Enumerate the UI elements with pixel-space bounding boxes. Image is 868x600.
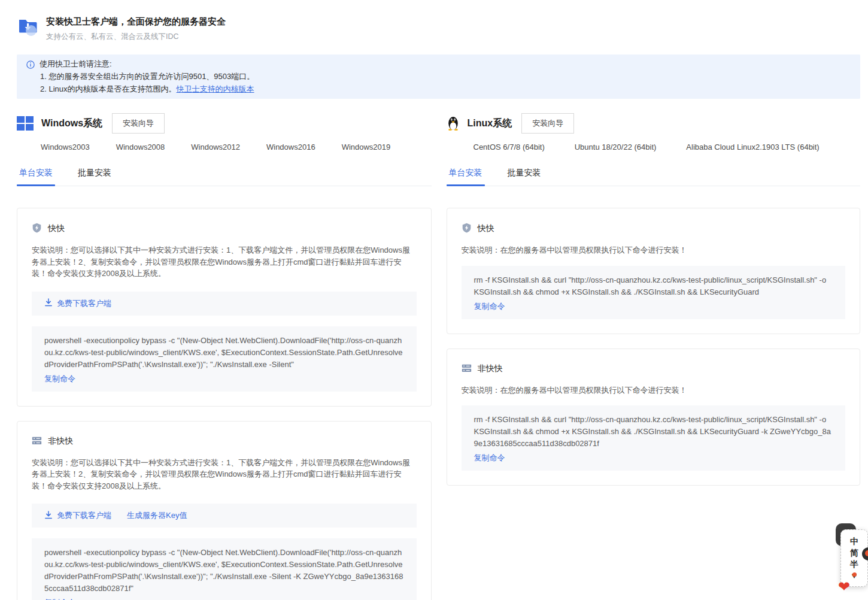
windows-kuaikuai-card: 快快 安装说明：您可以选择以下其中一种安装方式进行安装：1、下载客户端文件，并以…	[17, 208, 432, 407]
server-icon	[32, 436, 42, 447]
install-description: 安装说明：您可以选择以下其中一种安装方式进行安装：1、下载客户端文件，并以管理员…	[32, 457, 417, 492]
download-label: 免费下载客户端	[57, 298, 111, 309]
card-title-row: 快快	[462, 223, 846, 235]
install-description: 安装说明：在您的服务器中以管理员权限执行以下命令进行安装！	[462, 244, 846, 256]
copy-command-link[interactable]: 复制命令	[44, 598, 75, 600]
linux-install-tabs: 单台安装 批量安装	[447, 164, 861, 186]
windows-section-header: Windows系统 安装向导	[17, 113, 432, 134]
generate-server-key-link[interactable]: 生成服务器Key值	[127, 510, 187, 521]
command-block: rm -f KSGInstall.sh && curl "http://oss-…	[462, 405, 846, 471]
server-icon	[462, 363, 472, 375]
kernel-version-link[interactable]: 快卫士支持的内核版本	[177, 84, 254, 93]
copy-command-link[interactable]: 复制命令	[474, 453, 505, 463]
linux-version-ubuntu: Ubuntu 18/20/22 (64bit)	[575, 143, 657, 151]
app-logo-icon	[17, 15, 38, 37]
header-text: 安装快卫士客户端，全面保护您的服务器安全 支持公有云、私有云、混合云及线下IDC	[46, 15, 226, 42]
download-icon	[44, 511, 53, 521]
free-download-client-link[interactable]: 免费下载客户端	[44, 298, 111, 309]
install-description: 安装说明：您可以选择以下其中一种安装方式进行安装：1、下载客户端文件，并以管理员…	[32, 244, 417, 280]
download-label: 免费下载客户端	[57, 510, 111, 521]
notice-line-2-text: 2. Linux的内核版本是否在支持范围内。	[40, 84, 177, 93]
command-block: powershell -executionpolicy bypass -c "(…	[32, 538, 417, 600]
linux-column: Linux系统 安装向导 CentOS 6/7/8 (64bit) Ubuntu…	[447, 113, 861, 486]
windows-logo-icon	[17, 116, 34, 131]
card-title: 非快快	[48, 436, 73, 447]
linux-version-alibaba: Alibaba Cloud Linux2.1903 LTS (64bit)	[686, 143, 819, 151]
download-bar: 免费下载客户端 生成服务器Key值	[32, 504, 417, 528]
install-description: 安装说明：在您的服务器中以管理员权限执行以下命令进行安装！	[462, 384, 846, 396]
card-title: 非快快	[478, 363, 503, 374]
shield-icon	[462, 223, 472, 235]
windows-version-list: Windows2003 Windows2008 Windows2012 Wind…	[41, 143, 432, 151]
info-icon	[26, 60, 35, 68]
command-block: rm -f KSGInstall.sh && curl "http://oss-…	[462, 266, 846, 319]
install-command: rm -f KSGInstall.sh && curl "http://oss-…	[474, 274, 833, 298]
windows-version-2003: Windows2003	[41, 143, 90, 151]
windows-tab-batch-install[interactable]: 批量安装	[77, 164, 113, 186]
card-title: 快快	[48, 223, 65, 234]
card-title-row: 非快快	[462, 363, 846, 375]
install-command: rm -f KSGInstall.sh && curl "http://oss-…	[474, 414, 833, 450]
windows-version-2008: Windows2008	[116, 143, 165, 151]
windows-version-2012: Windows2012	[191, 143, 240, 151]
command-block: powershell -executionpolicy bypass -c "(…	[32, 326, 417, 392]
download-bar: 免费下载客户端	[32, 292, 417, 316]
card-title-row: 非快快	[32, 436, 417, 447]
linux-install-wizard-button[interactable]: 安装向导	[521, 113, 574, 134]
linux-tux-icon	[447, 116, 460, 131]
notice-title-row: 使用快卫士前请注意:	[26, 57, 851, 70]
ime-mode-halfwidth[interactable]: 半	[850, 559, 858, 570]
ime-heart-icon[interactable]: ♥	[852, 571, 857, 580]
copy-command-link[interactable]: 复制命令	[474, 301, 505, 312]
linux-section-title: Linux系统	[468, 117, 512, 130]
ime-mode-simplified[interactable]: 简	[850, 548, 858, 559]
ime-status-widget[interactable]: 中 简 半 ♥ ❤	[833, 529, 868, 588]
linux-version-list: CentOS 6/7/8 (64bit) Ubuntu 18/20/22 (64…	[474, 143, 861, 151]
windows-non-kuaikuai-card: 非快快 安装说明：您可以选择以下其中一种安装方式进行安装：1、下载客户端文件，并…	[17, 421, 432, 600]
windows-version-2016: Windows2016	[266, 143, 315, 151]
windows-install-tabs: 单台安装 批量安装	[17, 164, 432, 186]
card-title-row: 快快	[32, 223, 417, 235]
os-columns: Windows系统 安装向导 Windows2003 Windows2008 W…	[17, 113, 860, 600]
install-page: 安装快卫士客户端，全面保护您的服务器安全 支持公有云、私有云、混合云及线下IDC…	[0, 0, 868, 600]
shield-icon	[32, 223, 42, 235]
page-header: 安装快卫士客户端，全面保护您的服务器安全 支持公有云、私有云、混合云及线下IDC	[17, 15, 860, 42]
linux-section-header: Linux系统 安装向导	[447, 113, 861, 134]
linux-tab-single-install[interactable]: 单台安装	[448, 164, 484, 186]
notice-line-2: 2. Linux的内核版本是否在支持范围内。快卫士支持的内核版本	[26, 83, 851, 95]
install-command: powershell -executionpolicy bypass -c "(…	[44, 335, 404, 371]
install-command: powershell -executionpolicy bypass -c "(…	[44, 547, 404, 595]
notice-banner: 使用快卫士前请注意: 1. 您的服务器安全组出方向的设置允许访问9501、950…	[17, 54, 860, 99]
linux-non-kuaikuai-card: 非快快 安装说明：在您的服务器中以管理员权限执行以下命令进行安装！ rm -f …	[447, 349, 861, 486]
card-title: 快快	[478, 223, 494, 234]
windows-install-wizard-button[interactable]: 安装向导	[112, 113, 165, 134]
windows-version-2019: Windows2019	[342, 143, 391, 151]
linux-tab-batch-install[interactable]: 批量安装	[506, 164, 542, 186]
windows-tab-single-install[interactable]: 单台安装	[18, 164, 54, 186]
notice-line-1: 1. 您的服务器安全组出方向的设置允许访问9501、9503端口。	[26, 70, 851, 83]
ime-red-heart-icon: ❤	[838, 580, 850, 594]
windows-section-title: Windows系统	[41, 117, 102, 130]
download-icon	[44, 298, 53, 308]
page-title: 安装快卫士客户端，全面保护您的服务器安全	[46, 15, 226, 28]
copy-command-link[interactable]: 复制命令	[44, 374, 75, 384]
page-subtitle: 支持公有云、私有云、混合云及线下IDC	[46, 32, 226, 42]
ime-mode-chinese[interactable]: 中	[850, 537, 858, 547]
windows-column: Windows系统 安装向导 Windows2003 Windows2008 W…	[17, 113, 432, 600]
free-download-client-link[interactable]: 免费下载客户端	[44, 510, 111, 521]
linux-kuaikuai-card: 快快 安装说明：在您的服务器中以管理员权限执行以下命令进行安装！ rm -f K…	[447, 208, 861, 334]
linux-version-centos: CentOS 6/7/8 (64bit)	[474, 143, 545, 151]
notice-title: 使用快卫士前请注意:	[40, 57, 112, 70]
